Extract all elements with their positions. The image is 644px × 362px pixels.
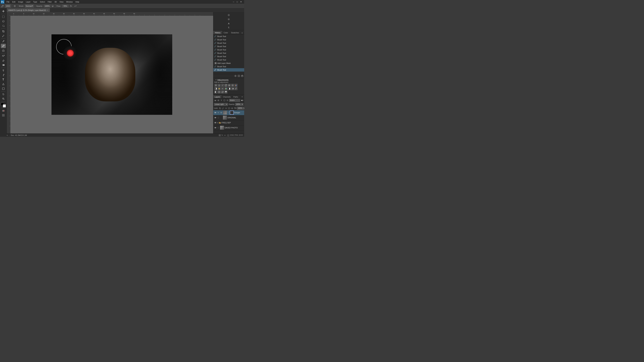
tab-close-btn[interactable]: × bbox=[47, 9, 48, 11]
tool-path-select[interactable] bbox=[1, 82, 6, 86]
history-item[interactable]: Brush Tool bbox=[213, 65, 244, 68]
tool-gradient[interactable] bbox=[1, 63, 6, 67]
adj-posterize-icon[interactable] bbox=[234, 87, 238, 90]
lock-artboard-icon[interactable] bbox=[228, 107, 230, 110]
adjustments-header[interactable]: ▼ Adjustments bbox=[214, 79, 243, 81]
panel-icon-adjustments[interactable] bbox=[227, 13, 230, 17]
layer-visibility-freq-sep[interactable] bbox=[214, 121, 217, 124]
adj-exposure-icon[interactable] bbox=[224, 84, 228, 87]
history-item[interactable]: Brush Tool bbox=[213, 58, 244, 61]
history-item[interactable]: Brush Tool bbox=[213, 38, 244, 41]
canvas-background[interactable] bbox=[10, 16, 213, 133]
filter-smart-icon[interactable] bbox=[226, 99, 229, 102]
opacity-pressure-icon[interactable] bbox=[51, 4, 54, 8]
menu-layer[interactable]: Layer bbox=[25, 0, 32, 3]
snapshot-icon[interactable] bbox=[234, 75, 237, 77]
tool-type[interactable]: T bbox=[1, 77, 6, 82]
channels-tab[interactable]: Channels bbox=[222, 95, 232, 98]
fill-value-input[interactable]: 100% ▾ bbox=[237, 107, 244, 110]
tool-move[interactable] bbox=[1, 9, 6, 13]
layer-visibility-original[interactable] bbox=[214, 116, 217, 119]
airbrush-icon[interactable] bbox=[69, 4, 73, 8]
menu-filter[interactable]: Filter bbox=[46, 0, 53, 3]
adj-photo-filter-icon[interactable] bbox=[218, 87, 221, 90]
menu-3d[interactable]: 3D bbox=[53, 0, 58, 3]
tool-hand[interactable] bbox=[1, 92, 6, 96]
layers-tab[interactable]: Layers bbox=[213, 95, 222, 98]
swatches-tab[interactable]: Swatches bbox=[230, 31, 241, 34]
adj-gradient-fill-icon[interactable] bbox=[224, 90, 228, 93]
history-item-current[interactable]: Brush Tool bbox=[213, 68, 244, 71]
history-item[interactable]: Brush Tool bbox=[213, 51, 244, 55]
layer-fx-icon[interactable]: fx bbox=[217, 111, 220, 114]
panel-icon-styles[interactable] bbox=[227, 17, 230, 21]
tool-quick-select[interactable] bbox=[1, 24, 6, 28]
tool-dodge[interactable] bbox=[1, 68, 6, 73]
menu-help[interactable]: Help bbox=[74, 0, 80, 3]
filter-shape-icon[interactable] bbox=[223, 99, 226, 102]
filter-pixel-icon[interactable] bbox=[214, 99, 217, 102]
layer-link-icon[interactable] bbox=[220, 111, 222, 114]
history-item[interactable]: Brush Tool bbox=[213, 35, 244, 38]
adj-bw-icon[interactable] bbox=[214, 87, 217, 90]
adj-levels-icon[interactable] bbox=[218, 84, 221, 87]
tool-quick-mask[interactable] bbox=[1, 109, 6, 113]
brush-preset-icon[interactable] bbox=[13, 4, 16, 8]
tool-eraser[interactable] bbox=[1, 58, 6, 63]
document-tab[interactable]: K8A0079-1.psd @ 33.3% (Relight, Layer Ma… bbox=[7, 8, 50, 12]
tool-crop[interactable] bbox=[1, 29, 6, 33]
lock-pixels-icon[interactable] bbox=[219, 107, 221, 110]
blend-mode-dropdown[interactable]: Normal ▾ bbox=[25, 4, 34, 8]
menu-file[interactable]: File bbox=[5, 0, 11, 3]
color-swatches[interactable] bbox=[1, 103, 6, 107]
adj-hue-sat-icon[interactable] bbox=[231, 84, 234, 87]
layer-saved-photo[interactable]: SAVED PHOTO bbox=[213, 125, 244, 130]
adj-solid-color-icon[interactable] bbox=[218, 90, 221, 93]
adj-curves-icon[interactable] bbox=[221, 84, 224, 87]
layer-blend-mode-dropdown[interactable]: Linear Light ▾ bbox=[214, 103, 228, 106]
canvas-image[interactable] bbox=[52, 34, 172, 115]
tool-clone[interactable] bbox=[1, 48, 6, 53]
smoothing-icon[interactable] bbox=[74, 4, 77, 8]
panel-icon-type[interactable]: A bbox=[227, 22, 230, 25]
menu-select[interactable]: Select bbox=[39, 0, 46, 3]
tool-lasso[interactable] bbox=[1, 19, 6, 23]
adj-color-balance-icon[interactable] bbox=[234, 84, 238, 87]
adj-invert-icon[interactable] bbox=[214, 90, 217, 93]
adj-pattern-icon[interactable] bbox=[221, 90, 224, 93]
menu-image[interactable]: Image bbox=[17, 0, 24, 3]
opacity-value[interactable]: 100% bbox=[44, 5, 50, 7]
new-document-from-state-icon[interactable] bbox=[238, 75, 240, 77]
delete-state-icon[interactable] bbox=[241, 75, 244, 77]
brush-tool-btn[interactable] bbox=[1, 4, 4, 8]
tool-marquee[interactable] bbox=[1, 14, 6, 19]
save-icon[interactable] bbox=[227, 134, 230, 137]
flow-value[interactable]: 78% bbox=[62, 5, 68, 7]
tool-brush[interactable] bbox=[1, 44, 6, 48]
tool-history-brush[interactable] bbox=[1, 54, 6, 58]
layer-visibility-relight[interactable] bbox=[214, 111, 217, 114]
tool-eyedropper[interactable] bbox=[1, 34, 6, 38]
tool-zoom[interactable] bbox=[1, 96, 6, 101]
tool-healing[interactable] bbox=[1, 39, 6, 43]
menu-view[interactable]: View bbox=[58, 0, 65, 3]
history-item[interactable]: Brush Tool bbox=[213, 55, 244, 58]
lock-all-icon[interactable] bbox=[231, 107, 234, 110]
tool-shape[interactable] bbox=[1, 86, 6, 91]
canvas-area[interactable]: 0 5 10 15 20 25 30 35 40 45 50 bbox=[7, 12, 213, 133]
filter-toggle-icon[interactable] bbox=[241, 99, 244, 102]
filter-type-icon[interactable]: T bbox=[220, 99, 223, 102]
adj-gradient-map-icon[interactable] bbox=[231, 87, 234, 90]
history-item[interactable]: Brush Tool bbox=[213, 48, 244, 51]
layer-visibility-saved-photo[interactable] bbox=[214, 126, 217, 129]
minimize-btn[interactable]: ─ bbox=[232, 1, 235, 3]
record-icon[interactable]: ● bbox=[224, 134, 226, 137]
tool-pen[interactable] bbox=[1, 73, 6, 77]
history-tab[interactable]: History bbox=[213, 31, 222, 34]
panel-menu-icon[interactable]: ≡ bbox=[241, 31, 244, 34]
layer-relight[interactable]: fx ⛓ Relight bbox=[213, 110, 244, 115]
menu-edit[interactable]: Edit bbox=[11, 0, 16, 3]
filter-adjustment-icon[interactable] bbox=[217, 99, 220, 102]
paths-tab[interactable]: Paths bbox=[232, 95, 240, 98]
folder-arrow-freq-sep[interactable]: ▶ bbox=[217, 122, 218, 123]
